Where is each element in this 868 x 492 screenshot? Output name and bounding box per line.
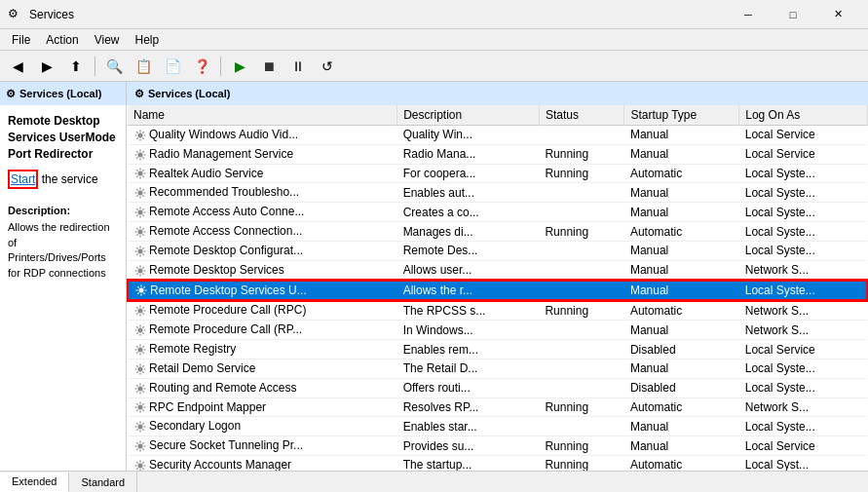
cell-startup: Automatic bbox=[624, 222, 739, 242]
cell-logon: Local Syst... bbox=[739, 456, 867, 471]
cell-desc: Manages di... bbox=[397, 222, 540, 242]
cell-logon: Local Syste... bbox=[739, 222, 867, 242]
cell-name: Retail Demo Service bbox=[128, 359, 397, 378]
cell-desc: Radio Mana... bbox=[397, 144, 540, 164]
cell-startup: Manual bbox=[624, 203, 739, 222]
cell-status: Running bbox=[539, 164, 623, 183]
gear-icon bbox=[133, 148, 147, 162]
start-text: the service bbox=[38, 172, 97, 186]
svg-point-3 bbox=[138, 191, 143, 196]
tab-extended[interactable]: Extended bbox=[0, 473, 69, 493]
table-row[interactable]: Remote Registry Enables rem... Disabled … bbox=[128, 340, 867, 360]
window-title: Services bbox=[29, 8, 74, 21]
menu-view[interactable]: View bbox=[87, 31, 128, 49]
start-link[interactable]: Start bbox=[11, 172, 35, 186]
cell-status bbox=[539, 378, 623, 397]
cell-desc: The startup... bbox=[397, 456, 540, 471]
gear-icon bbox=[133, 420, 147, 434]
cell-status bbox=[539, 183, 623, 203]
pause-button[interactable]: ⏸ bbox=[284, 54, 312, 79]
cell-name: Secondary Logon bbox=[128, 417, 397, 436]
left-panel: ⚙ Services (Local) Remote Desktop Servic… bbox=[0, 82, 127, 471]
table-row[interactable]: Secondary Logon Enables star... Manual L… bbox=[128, 417, 867, 436]
restart-button[interactable]: ↺ bbox=[314, 54, 341, 79]
cell-name: Remote Procedure Call (RP... bbox=[128, 321, 397, 340]
cell-startup: Manual bbox=[624, 321, 739, 340]
col-header-status[interactable]: Status bbox=[539, 105, 623, 126]
col-header-desc[interactable]: Description bbox=[397, 105, 540, 126]
cell-status bbox=[539, 203, 623, 222]
close-button[interactable]: ✕ bbox=[815, 0, 860, 29]
copy-button[interactable]: 📋 bbox=[130, 54, 157, 79]
cell-startup: Manual bbox=[624, 436, 739, 456]
table-row[interactable]: Remote Access Connection... Manages di..… bbox=[128, 222, 867, 242]
description-text: Allows the redirection of Printers/Drive… bbox=[8, 220, 118, 281]
svg-point-0 bbox=[138, 132, 143, 137]
cell-desc: Allows the r... bbox=[397, 281, 540, 301]
stop-button[interactable]: ⏹ bbox=[255, 54, 283, 79]
table-row[interactable]: Radio Management Service Radio Mana... R… bbox=[128, 144, 867, 164]
table-row[interactable]: Remote Desktop Services U... Allows the … bbox=[128, 281, 867, 301]
table-row[interactable]: Recommended Troublesho... Enables aut...… bbox=[128, 183, 867, 203]
col-header-startup[interactable]: Startup Type bbox=[624, 105, 739, 126]
menu-file[interactable]: File bbox=[4, 31, 38, 49]
table-row[interactable]: Remote Procedure Call (RP... In Windows.… bbox=[128, 321, 867, 340]
table-row[interactable]: Remote Desktop Services Allows user... M… bbox=[128, 260, 867, 280]
table-row[interactable]: Retail Demo Service The Retail D... Manu… bbox=[128, 359, 867, 378]
maximize-button[interactable]: □ bbox=[771, 0, 815, 29]
svg-point-15 bbox=[138, 425, 143, 430]
table-row[interactable]: Quality Windows Audio Vid... Quality Win… bbox=[128, 126, 867, 145]
cell-desc: The Retail D... bbox=[397, 359, 540, 378]
status-bar: Extended Standard bbox=[0, 471, 868, 492]
service-info: Description: Allows the redirection of P… bbox=[8, 205, 118, 281]
cell-desc: Enables star... bbox=[397, 417, 540, 436]
menu-bar: File Action View Help bbox=[0, 29, 868, 51]
cell-startup: Manual bbox=[624, 183, 739, 203]
up-button[interactable]: ⬆ bbox=[62, 54, 90, 79]
table-row[interactable]: Realtek Audio Service For coopera... Run… bbox=[128, 164, 867, 183]
table-row[interactable]: Secure Socket Tunneling Pr... Provides s… bbox=[128, 436, 867, 456]
minimize-button[interactable]: ─ bbox=[726, 0, 771, 29]
properties-button[interactable]: 📄 bbox=[159, 54, 186, 79]
right-panel-icon: ⚙ bbox=[134, 88, 144, 100]
col-header-logon[interactable]: Log On As bbox=[739, 105, 867, 126]
table-row[interactable]: Security Accounts Manager The startup...… bbox=[128, 456, 867, 471]
cell-startup: Manual bbox=[624, 144, 739, 164]
help-button[interactable]: ❓ bbox=[188, 54, 215, 79]
cell-logon: Network S... bbox=[739, 397, 867, 417]
cell-name: Radio Management Service bbox=[128, 144, 397, 164]
table-row[interactable]: RPC Endpoint Mapper Resolves RP... Runni… bbox=[128, 397, 867, 417]
cell-desc: Enables rem... bbox=[397, 340, 540, 360]
services-table-container[interactable]: Name Description Status Startup Type Log… bbox=[127, 105, 868, 471]
table-row[interactable]: Remote Desktop Configurat... Remote Des.… bbox=[128, 241, 867, 260]
gear-icon bbox=[133, 400, 147, 414]
start-link-box: Start bbox=[8, 170, 38, 189]
col-header-name[interactable]: Name bbox=[128, 105, 397, 126]
back-button[interactable]: ◀ bbox=[4, 54, 31, 79]
table-row[interactable]: Routing and Remote Access Offers routi..… bbox=[128, 378, 867, 397]
cell-status: Running bbox=[539, 222, 623, 242]
cell-logon: Local Syste... bbox=[739, 378, 867, 397]
cell-startup: Manual bbox=[624, 126, 739, 145]
right-panel-title: Services (Local) bbox=[148, 88, 230, 99]
cell-name: RPC Endpoint Mapper bbox=[128, 397, 397, 417]
start-link-container: Start the service bbox=[8, 170, 118, 197]
menu-help[interactable]: Help bbox=[128, 31, 168, 49]
cell-startup: Manual bbox=[624, 417, 739, 436]
cell-status: Running bbox=[539, 456, 623, 471]
main-area: ⚙ Services (Local) Remote Desktop Servic… bbox=[0, 82, 868, 471]
cell-name: Remote Desktop Services U... bbox=[128, 281, 397, 301]
play-button[interactable]: ▶ bbox=[226, 54, 253, 79]
svg-point-2 bbox=[138, 171, 143, 176]
table-row[interactable]: Remote Procedure Call (RPC) The RPCSS s.… bbox=[128, 300, 867, 320]
cell-startup: Manual bbox=[624, 260, 739, 280]
search-button[interactable]: 🔍 bbox=[100, 54, 128, 79]
forward-button[interactable]: ▶ bbox=[33, 54, 60, 79]
right-panel: ⚙ Services (Local) Name Description Stat… bbox=[127, 82, 868, 471]
menu-action[interactable]: Action bbox=[38, 31, 86, 49]
tab-standard[interactable]: Standard bbox=[69, 472, 137, 492]
svg-point-12 bbox=[138, 366, 143, 371]
cell-status: Running bbox=[539, 436, 623, 456]
cell-startup: Disabled bbox=[624, 378, 739, 397]
table-row[interactable]: Remote Access Auto Conne... Creates a co… bbox=[128, 203, 867, 222]
